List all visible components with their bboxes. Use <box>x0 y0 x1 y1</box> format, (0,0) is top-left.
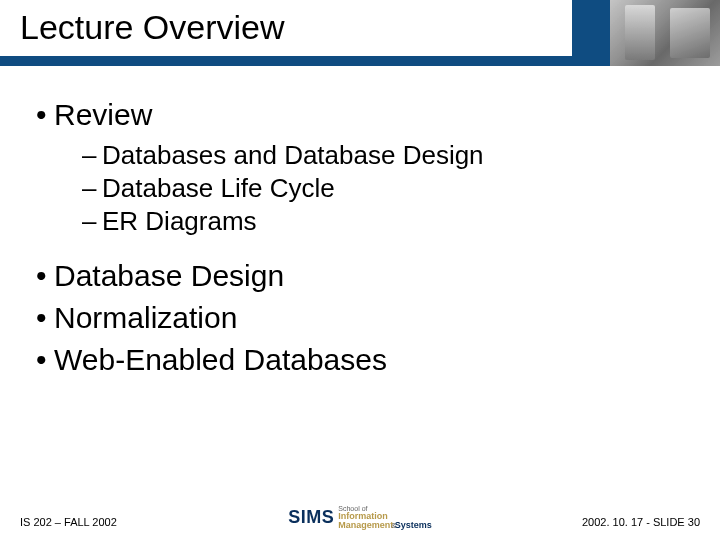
footer: IS 202 – FALL 2002 SIMS School of Inform… <box>20 504 700 528</box>
dash-icon: – <box>82 206 102 237</box>
bullet-review: •Review <box>36 98 684 132</box>
bullet-normalization: •Normalization <box>36 301 684 335</box>
bullet-text: Web-Enabled Databases <box>54 343 387 376</box>
sims-logo-text: SIMS <box>288 507 334 528</box>
bullet-dbdesign: •Database Design <box>36 259 684 293</box>
bullet-dot-icon: • <box>36 98 54 132</box>
dash-icon: – <box>82 140 102 171</box>
bullet-text: Normalization <box>54 301 237 334</box>
sims-tagline: School of Information Management&Systems <box>338 505 431 530</box>
subbullet-er: –ER Diagrams <box>82 206 684 237</box>
corner-photo <box>610 0 720 66</box>
subbullet-text: Database Life Cycle <box>102 173 335 203</box>
slide: Lecture Overview •Review –Databases and … <box>0 0 720 540</box>
footer-right: 2002. 10. 17 - SLIDE 30 <box>582 516 700 528</box>
sims-sys: Systems <box>395 520 432 530</box>
bullet-text: Review <box>54 98 152 131</box>
sims-mgmt: Management <box>338 520 393 530</box>
subbullet-lifecycle: –Database Life Cycle <box>82 173 684 204</box>
slide-body: •Review –Databases and Database Design –… <box>36 92 684 385</box>
footer-left: IS 202 – FALL 2002 <box>20 516 117 528</box>
subbullet-text: Databases and Database Design <box>102 140 484 170</box>
slide-title: Lecture Overview <box>20 8 285 47</box>
bullet-text: Database Design <box>54 259 284 292</box>
bullet-web: •Web-Enabled Databases <box>36 343 684 377</box>
subbullet-text: ER Diagrams <box>102 206 257 236</box>
subbullet-databases: –Databases and Database Design <box>82 140 684 171</box>
bullet-dot-icon: • <box>36 343 54 377</box>
bullet-dot-icon: • <box>36 301 54 335</box>
footer-logo: SIMS School of Information Management&Sy… <box>288 505 431 530</box>
bullet-dot-icon: • <box>36 259 54 293</box>
spacer <box>36 239 684 253</box>
dash-icon: – <box>82 173 102 204</box>
